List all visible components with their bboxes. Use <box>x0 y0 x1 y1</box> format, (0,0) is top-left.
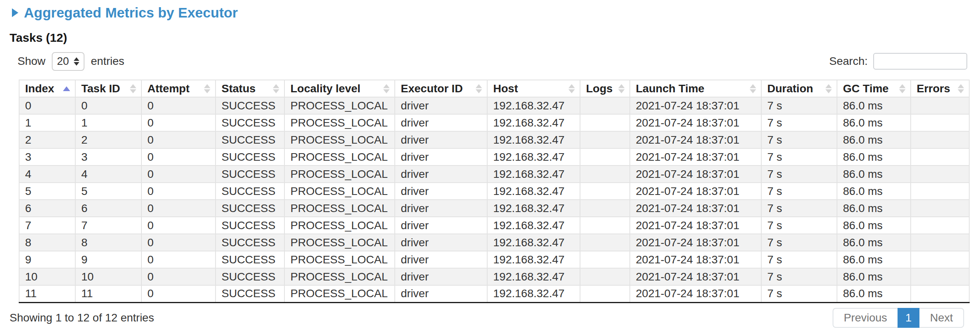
cell <box>580 131 630 148</box>
table-row: 110SUCCESSPROCESS_LOCALdriver192.168.32.… <box>19 114 969 131</box>
cell: 86.0 ms <box>837 183 911 200</box>
cell: 7 s <box>761 234 837 251</box>
cell: driver <box>395 114 487 131</box>
cell: 2 <box>19 131 75 148</box>
search-input[interactable] <box>873 53 967 70</box>
column-header-host[interactable]: Host <box>487 80 580 97</box>
cell: PROCESS_LOCAL <box>284 97 395 114</box>
section-header-aggregated-metrics[interactable]: Aggregated Metrics by Executor <box>12 5 238 21</box>
cell: 8 <box>75 234 141 251</box>
cell: 86.0 ms <box>837 131 911 148</box>
cell: 0 <box>141 251 216 268</box>
cell: 7 s <box>761 285 837 302</box>
cell: PROCESS_LOCAL <box>284 268 395 285</box>
table-row: 440SUCCESSPROCESS_LOCALdriver192.168.32.… <box>19 165 969 183</box>
column-header-task-id[interactable]: Task ID <box>75 80 141 97</box>
page-length-control: Show 20 entries <box>18 52 124 71</box>
cell: 2021-07-24 18:37:01 <box>630 131 761 148</box>
column-header-status[interactable]: Status <box>216 80 284 97</box>
table-footer: Showing 1 to 12 of 12 entries Previous 1… <box>10 308 964 328</box>
cell: 192.168.32.47 <box>487 251 580 268</box>
cell: 0 <box>141 148 216 165</box>
page-1-button[interactable]: 1 <box>898 308 920 328</box>
column-header-errors[interactable]: Errors <box>911 80 969 97</box>
tasks-table: IndexTask IDAttemptStatusLocality levelE… <box>19 80 970 303</box>
cell: 0 <box>141 165 216 183</box>
cell <box>580 217 630 234</box>
cell <box>911 183 969 200</box>
cell: PROCESS_LOCAL <box>284 114 395 131</box>
table-row: 880SUCCESSPROCESS_LOCALdriver192.168.32.… <box>19 234 969 251</box>
cell: 0 <box>75 97 141 114</box>
cell: 6 <box>75 200 141 217</box>
cell <box>911 268 969 285</box>
column-header-duration[interactable]: Duration <box>761 80 837 97</box>
cell: SUCCESS <box>216 285 284 302</box>
next-page-button[interactable]: Next <box>919 308 964 328</box>
search-label: Search: <box>829 55 868 68</box>
cell: 0 <box>141 114 216 131</box>
cell: 2021-07-24 18:37:01 <box>630 285 761 302</box>
entries-label: entries <box>91 55 124 68</box>
cell: SUCCESS <box>216 183 284 200</box>
cell: 0 <box>141 234 216 251</box>
cell: 86.0 ms <box>837 97 911 114</box>
cell <box>911 217 969 234</box>
cell: 7 <box>75 217 141 234</box>
cell: 2021-07-24 18:37:01 <box>630 251 761 268</box>
cell: 0 <box>19 97 75 114</box>
cell: 5 <box>75 183 141 200</box>
sort-both-icon <box>383 84 390 93</box>
cell: 7 s <box>761 97 837 114</box>
cell: 192.168.32.47 <box>487 285 580 302</box>
cell <box>580 165 630 183</box>
previous-page-button[interactable]: Previous <box>833 308 898 328</box>
cell: 6 <box>19 200 75 217</box>
column-header-gc-time[interactable]: GC Time <box>837 80 911 97</box>
column-header-logs[interactable]: Logs <box>580 80 630 97</box>
cell: PROCESS_LOCAL <box>284 165 395 183</box>
cell: 86.0 ms <box>837 268 911 285</box>
cell <box>911 131 969 148</box>
cell: 10 <box>75 268 141 285</box>
cell: 4 <box>19 165 75 183</box>
cell: driver <box>395 200 487 217</box>
column-header-index[interactable]: Index <box>19 80 75 97</box>
cell: SUCCESS <box>216 268 284 285</box>
cell <box>580 183 630 200</box>
search-control: Search: <box>829 53 968 70</box>
cell: SUCCESS <box>216 217 284 234</box>
table-row: 660SUCCESSPROCESS_LOCALdriver192.168.32.… <box>19 200 969 217</box>
sort-both-icon <box>750 84 756 93</box>
cell: 192.168.32.47 <box>487 114 580 131</box>
table-row: 330SUCCESSPROCESS_LOCALdriver192.168.32.… <box>19 148 969 165</box>
cell: 0 <box>141 285 216 302</box>
cell: 3 <box>19 148 75 165</box>
table-controls: Show 20 entries Search: <box>18 52 967 71</box>
cell: PROCESS_LOCAL <box>284 251 395 268</box>
column-header-label: Launch Time <box>636 82 704 95</box>
cell: SUCCESS <box>216 251 284 268</box>
cell: 7 s <box>761 217 837 234</box>
cell: driver <box>395 97 487 114</box>
page-length-select[interactable]: 20 <box>52 52 84 71</box>
cell: 5 <box>19 183 75 200</box>
cell: 0 <box>141 268 216 285</box>
column-header-label: Host <box>493 82 518 95</box>
cell: 192.168.32.47 <box>487 165 580 183</box>
cell: 0 <box>141 97 216 114</box>
column-header-attempt[interactable]: Attempt <box>141 80 216 97</box>
cell: 192.168.32.47 <box>487 97 580 114</box>
sort-both-icon <box>618 84 625 93</box>
cell: 86.0 ms <box>837 285 911 302</box>
column-header-executor-id[interactable]: Executor ID <box>395 80 487 97</box>
cell <box>911 148 969 165</box>
column-header-locality-level[interactable]: Locality level <box>284 80 395 97</box>
cell: 2021-07-24 18:37:01 <box>630 114 761 131</box>
cell: 2021-07-24 18:37:01 <box>630 200 761 217</box>
column-header-launch-time[interactable]: Launch Time <box>630 80 761 97</box>
table-row: 990SUCCESSPROCESS_LOCALdriver192.168.32.… <box>19 251 969 268</box>
cell: PROCESS_LOCAL <box>284 131 395 148</box>
cell <box>911 285 969 302</box>
cell: 2021-07-24 18:37:01 <box>630 234 761 251</box>
